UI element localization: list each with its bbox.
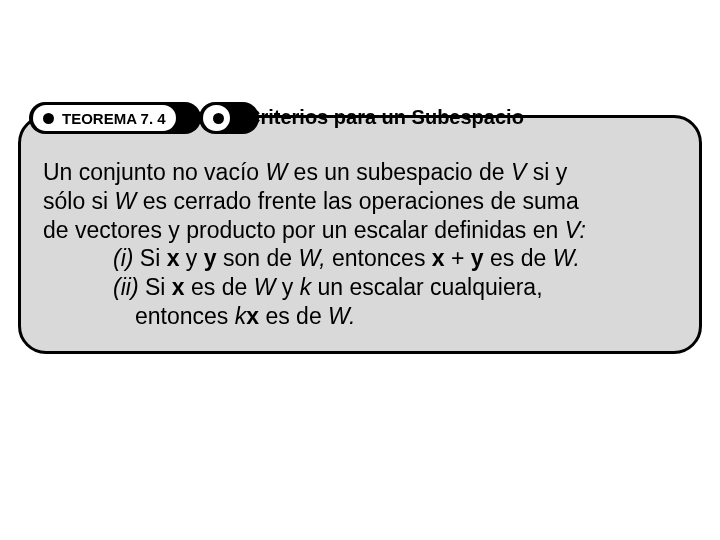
theorem-badge: TEOREMA 7. 4 TEOREMA 7. 4xx (29, 102, 201, 134)
bullet-icon (43, 113, 54, 124)
intro-line-2: sólo si W es cerrado frente las operacio… (43, 187, 677, 216)
condition-ii-line-1: (ii) Si x es de W y k un escalar cualqui… (43, 273, 677, 302)
intro-line-3: de vectores y producto por un escalar de… (43, 216, 677, 245)
theorem-body: Un conjunto no vacío W es un subespacio … (43, 158, 677, 331)
bullet-icon (213, 113, 224, 124)
theorem-box: TEOREMA 7. 4 TEOREMA 7. 4xx . Criterios … (18, 115, 702, 354)
theorem-number: TEOREMA 7. 4 (62, 110, 166, 127)
condition-ii-line-2: entonces kx es de W. (43, 302, 677, 331)
intro-line-1: Un conjunto no vacío W es un subespacio … (43, 158, 677, 187)
title-badge-inner (203, 105, 230, 131)
condition-i: (i) Si x y y son de W, entonces x + y es… (43, 244, 677, 273)
theorem-title: Criterios para un Subespacio (246, 106, 524, 129)
theorem-badge-inner: TEOREMA 7. 4 (33, 105, 176, 131)
